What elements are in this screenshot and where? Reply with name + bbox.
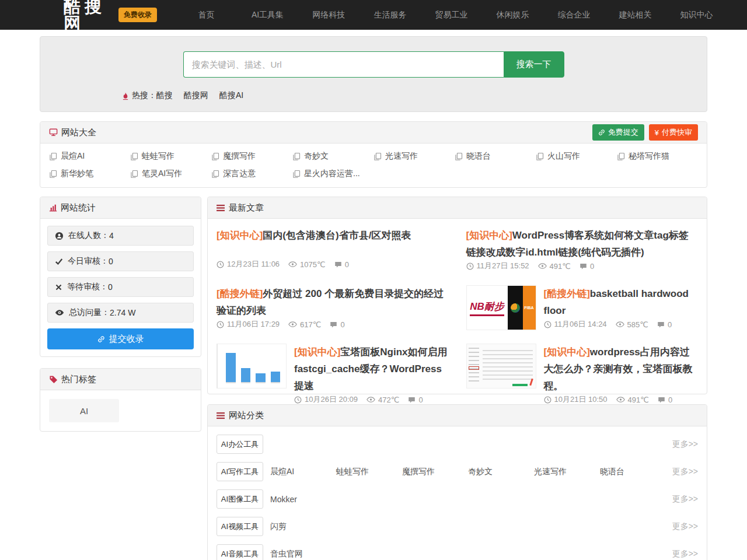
nav-item-knowledge[interactable]: 知识中心	[666, 10, 727, 20]
search-button[interactable]: 搜索一下	[504, 51, 564, 78]
article-item: NB耐步 FIBA [酷搜外链]basketball hardwood floo…	[466, 277, 699, 335]
copy-icon	[455, 152, 463, 161]
bar-chart-icon	[49, 204, 57, 212]
category-site-link[interactable]: 晓语台	[600, 467, 666, 477]
category-ai-image[interactable]: AI图像工具	[217, 489, 263, 509]
clock-icon	[217, 261, 224, 268]
comment-icon	[334, 261, 342, 268]
article-title[interactable]: [知识中心]wordpress占用内容过大怎么办？亲测有效，宝塔面板教程。	[544, 344, 699, 394]
list-icon	[217, 412, 225, 419]
submit-site-button[interactable]: 提交收录	[47, 328, 194, 349]
site-link[interactable]: 星火内容运营...	[292, 169, 374, 179]
article-item: [知识中心]宝塔面板Nginx如何启用fastcgi_cache缓存？WordP…	[217, 335, 449, 394]
more-link[interactable]: 更多>>	[672, 467, 698, 477]
site-link[interactable]: 晨煊AI	[49, 151, 130, 162]
site-link[interactable]: 新华妙笔	[49, 169, 130, 179]
more-link[interactable]: 更多>>	[672, 522, 698, 532]
category-site-link[interactable]: 闪剪	[270, 522, 336, 532]
copy-icon	[130, 170, 138, 178]
copy-icon	[211, 170, 219, 178]
tag-ai[interactable]: AI	[49, 399, 119, 422]
site-link[interactable]: 晓语台	[455, 151, 536, 162]
article-meta: 10月26日 20:09 472℃ 0	[294, 394, 449, 405]
copy-icon	[49, 170, 57, 178]
comment-icon	[580, 262, 587, 270]
panel-title: 网站统计	[61, 202, 96, 214]
article-title[interactable]: [知识中心]WordPress博客系统如何将文章tag标签链接改成数字id.ht…	[466, 227, 699, 261]
nav-item-life-services[interactable]: 生活服务	[359, 10, 421, 20]
site-link[interactable]: 深言达意	[211, 169, 292, 179]
article-date: 11月06日 17:29	[227, 319, 280, 330]
category-site-link[interactable]: 音虫官网	[270, 549, 336, 559]
stat-pending-review: 等待审核：0	[47, 277, 194, 297]
category-site-link[interactable]: 魔撰写作	[402, 467, 468, 477]
nav-item-home[interactable]: 首页	[176, 10, 237, 20]
stat-total-visits: 总访问量：2.74 W	[47, 303, 194, 323]
nav-item-entertainment[interactable]: 休闲娱乐	[482, 10, 543, 20]
eye-icon	[288, 321, 297, 328]
article-title[interactable]: [酷搜外链]basketball hardwood floor	[544, 285, 699, 319]
clock-icon	[544, 396, 551, 404]
article-thumbnail[interactable]	[217, 344, 287, 388]
site-link[interactable]: 蛙蛙写作	[130, 151, 211, 162]
article-comments: 0	[345, 260, 349, 269]
hot-link[interactable]: 酷搜网	[184, 90, 208, 101]
nav-item-site-building[interactable]: 建站相关	[605, 10, 666, 20]
panel-title: 热门标签	[61, 374, 96, 385]
search-form: 搜索一下	[183, 51, 564, 78]
site-link[interactable]: 光速写作	[374, 151, 455, 162]
hot-link[interactable]: 酷搜	[156, 90, 173, 101]
category-site-link[interactable]: 蛙蛙写作	[336, 467, 402, 477]
free-submit-button[interactable]: 免费提交	[592, 124, 644, 141]
site-categories-panel: 网站分类 AI办公工具 更多>> AI写作工具 晨煊AI 蛙蛙写作 魔撰写作	[207, 404, 707, 560]
category-site-link[interactable]: Mokker	[270, 495, 336, 504]
nav-item-trade-industry[interactable]: 贸易工业	[421, 10, 482, 20]
category-ai-office[interactable]: AI办公工具	[217, 435, 263, 454]
x-icon	[55, 284, 62, 291]
article-comments: 0	[668, 396, 672, 404]
search-input[interactable]	[183, 51, 504, 78]
category-ai-video[interactable]: AI视频工具	[217, 517, 263, 536]
panel-title: 网站分类	[229, 410, 264, 421]
site-link[interactable]: 秘塔写作猫	[617, 151, 698, 162]
article-meta: 11月06日 14:24 585℃ 0	[544, 319, 699, 330]
article-title[interactable]: [知识中心]国内(包含港澳台)省市县/区对照表	[217, 227, 449, 244]
article-thumbnail[interactable]	[466, 344, 536, 388]
article-date: 11月06日 14:24	[554, 319, 607, 330]
category-ai-audio[interactable]: AI音频工具	[217, 544, 263, 560]
article-date: 12月23日 11:06	[227, 259, 280, 270]
more-link[interactable]: 更多>>	[672, 439, 698, 450]
hot-link[interactable]: 酷搜AI	[219, 90, 243, 101]
category-site-link[interactable]: 晨煊AI	[270, 467, 336, 477]
paid-review-button[interactable]: ¥ 付费快审	[649, 124, 698, 141]
main-menu: 首页 AI工具集 网络科技 生活服务 贸易工业 休闲娱乐 综合企业 建站相关 知…	[176, 10, 727, 20]
nav-item-enterprise[interactable]: 综合企业	[543, 10, 605, 20]
free-submit-badge[interactable]: 免费收录	[118, 8, 157, 22]
clock-icon	[544, 321, 551, 328]
site-stats-panel: 网站统计 在线人数：4 今日审核：0	[40, 197, 201, 357]
site-link[interactable]: 奇妙文	[292, 151, 374, 162]
category-site-link[interactable]: 光速写作	[534, 467, 600, 477]
more-link[interactable]: 更多>>	[672, 549, 698, 559]
article-comments: 0	[340, 320, 344, 329]
category-row: AI写作工具 晨煊AI 蛙蛙写作 魔撰写作 奇妙文 光速写作 晓语台 更多>>	[217, 462, 698, 481]
article-meta: 12月23日 11:06 1075℃ 0	[217, 259, 449, 270]
site-link[interactable]: 火山写作	[536, 151, 617, 162]
article-thumbnail[interactable]: NB耐步 FIBA	[466, 285, 536, 330]
site-link[interactable]: 笔灵AI写作	[130, 169, 211, 179]
article-views: 491℃	[628, 396, 649, 404]
copy-icon	[374, 152, 382, 161]
more-link[interactable]: 更多>>	[672, 494, 698, 505]
top-navbar: 酷搜网 免费收录 首页 AI工具集 网络科技 生活服务 贸易工业 休闲娱乐 综合…	[0, 0, 747, 30]
nav-item-ai-tools[interactable]: AI工具集	[237, 10, 298, 20]
comment-icon	[408, 396, 416, 404]
clock-icon	[294, 396, 302, 404]
site-logo[interactable]: 酷搜网	[64, 0, 110, 32]
site-link[interactable]: 魔撰写作	[211, 151, 292, 162]
article-title[interactable]: [知识中心]宝塔面板Nginx如何启用fastcgi_cache缓存？WordP…	[294, 344, 449, 394]
category-site-link[interactable]: 奇妙文	[468, 467, 534, 477]
category-ai-writing[interactable]: AI写作工具	[217, 462, 263, 481]
article-title[interactable]: [酷搜外链]外贸超过 200 个最新免费目录提交的经过验证的列表	[217, 285, 449, 319]
article-views: 585℃	[627, 320, 648, 329]
nav-item-network-tech[interactable]: 网络科技	[298, 10, 359, 20]
